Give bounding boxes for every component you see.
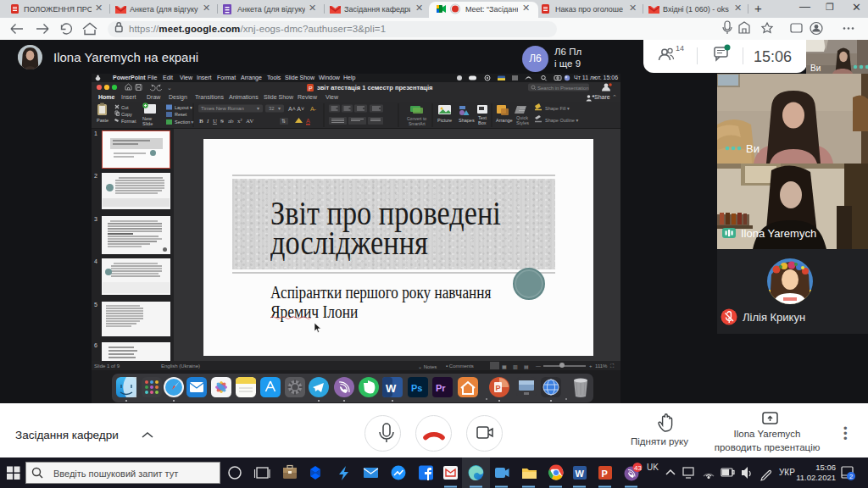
svg-text:Shape Outline ▾: Shape Outline ▾ [545,118,578,123]
svg-text:Paste: Paste [97,118,108,123]
svg-text:Ви: Ви [810,64,821,73]
svg-text:▾: ▾ [257,106,259,111]
svg-text:Times New Roman: Times New Roman [201,106,244,111]
svg-text:Arrange: Arrange [496,118,513,123]
svg-text:Ви: Ви [746,142,760,155]
svg-text:⇅: ⇅ [281,119,286,124]
svg-text:Copy: Copy [121,112,132,117]
svg-text:▾: ▾ [278,106,281,111]
svg-text:Format: Format [121,119,136,124]
svg-text:14: 14 [676,44,684,53]
svg-text:2: 2 [849,473,853,480]
svg-text:Layout ▾: Layout ▾ [175,105,192,110]
svg-text:43: 43 [634,464,642,472]
svg-text:A˄ A˅: A˄ A˅ [288,106,304,112]
svg-text:Box: Box [478,120,487,125]
svg-text:Cut: Cut [121,105,129,110]
svg-text:Лілія Крикун: Лілія Крикун [743,311,805,324]
svg-text:W: W [386,382,397,395]
svg-text:ab: ab [228,118,234,125]
svg-text:P: P [602,469,608,479]
svg-text:P: P [309,86,313,92]
svg-text:x²: x² [237,118,242,125]
svg-text:W: W [576,469,585,479]
svg-text:I: I [206,118,209,125]
svg-text:Pr: Pr [436,383,446,393]
svg-text:U: U [213,118,217,125]
svg-text:S: S [220,118,224,125]
svg-text:P: P [496,384,501,392]
svg-text:Slide: Slide [142,121,153,126]
svg-text:SmartArt: SmartArt [409,121,426,126]
svg-text:A̶: A̶ [310,106,317,112]
svg-text:Ilona Yaremych: Ilona Yaremych [741,227,816,240]
svg-text:звіт атестація 1 семестр презе: звіт атестація 1 семестр презентація [317,84,432,92]
svg-text:Reset: Reset [175,112,187,117]
svg-text:Ps: Ps [411,383,422,393]
svg-text:A: A [306,118,310,124]
svg-text:Section ▾: Section ▾ [175,119,194,125]
svg-text:Search in Presentation: Search in Presentation [537,86,589,91]
svg-text:Shapes: Shapes [459,118,475,123]
svg-text:⌄: ⌄ [167,85,172,91]
svg-text:32: 32 [269,106,275,111]
svg-text:AV: AV [246,118,253,125]
svg-text:Shape Fill ▾: Shape Fill ▾ [545,106,570,111]
svg-text:Picture: Picture [437,118,452,123]
svg-text:B: B [199,118,203,125]
svg-text:Styles: Styles [516,120,529,125]
